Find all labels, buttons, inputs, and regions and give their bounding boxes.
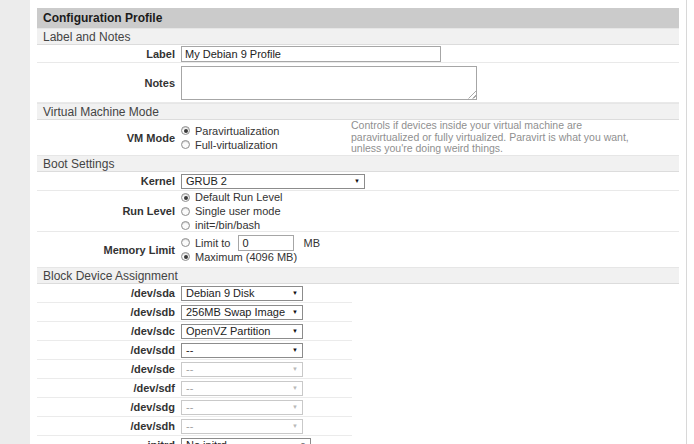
block-device-row-sdh: /dev/sdh -- ▼	[37, 417, 352, 436]
chevron-down-icon: ▼	[292, 423, 298, 429]
section-header-boot-settings: Boot Settings	[37, 155, 679, 172]
chevron-down-icon: ▼	[292, 385, 298, 391]
device-select-sdh-value: --	[186, 420, 193, 432]
device-select-initrd[interactable]: No initrd ▼	[181, 438, 311, 444]
radio-paravirtualization[interactable]	[181, 126, 190, 135]
block-device-row-sdb: /dev/sdb 256MB Swap Image ▼	[37, 303, 352, 322]
device-select-sdh[interactable]: -- ▼	[181, 419, 303, 434]
device-select-sde-value: --	[186, 363, 193, 375]
device-label-sdd: /dev/sdd	[37, 344, 175, 356]
block-device-row-initrd: initrd No initrd ▼	[37, 436, 352, 444]
chevron-down-icon: ▼	[354, 178, 360, 184]
section-header-block-devices: Block Device Assignment	[37, 267, 679, 284]
configuration-profile-panel: Configuration Profile Label and Notes La…	[30, 0, 687, 444]
device-label-sdg: /dev/sdg	[37, 401, 175, 413]
section-header-label-and-notes: Label and Notes	[37, 28, 679, 45]
radio-memory-maximum[interactable]	[181, 252, 190, 261]
device-select-sdb-value: 256MB Swap Image	[186, 306, 285, 318]
device-select-sdd-value: --	[186, 344, 193, 356]
block-device-row-sda: /dev/sda Debian 9 Disk ▼	[37, 284, 352, 303]
radio-memory-limit-to-label: Limit to	[195, 237, 230, 249]
run-level-row: Run Level Default Run Level Single user …	[37, 191, 679, 232]
chevron-down-icon: ▼	[292, 309, 298, 315]
chevron-down-icon: ▼	[292, 404, 298, 410]
block-device-row-sdc: /dev/sdc OpenVZ Partition ▼	[37, 322, 352, 341]
block-device-row-sdf: /dev/sdf -- ▼	[37, 379, 352, 398]
device-select-sdg-value: --	[186, 401, 193, 413]
notes-row: Notes	[37, 63, 679, 103]
page-left-gutter	[0, 0, 30, 444]
device-select-sdb[interactable]: 256MB Swap Image ▼	[181, 305, 303, 320]
radio-memory-maximum-label: Maximum (4096 MB)	[195, 251, 297, 263]
label-field-label: Label	[37, 48, 175, 60]
block-device-table: /dev/sda Debian 9 Disk ▼ /dev/sdb 256MB …	[37, 284, 352, 444]
kernel-select[interactable]: GRUB 2 ▼	[181, 174, 365, 189]
radio-full-virtualization-label: Full-virtualization	[195, 139, 278, 151]
device-select-initrd-value: No initrd	[186, 439, 227, 444]
radio-default-run-level-label: Default Run Level	[195, 191, 282, 203]
device-select-sdf-value: --	[186, 382, 193, 394]
chevron-down-icon: ▼	[292, 366, 298, 372]
device-label-sdf: /dev/sdf	[37, 382, 175, 394]
chevron-down-icon: ▼	[292, 328, 298, 334]
memory-limit-unit: MB	[303, 237, 320, 249]
block-device-row-sde: /dev/sde -- ▼	[37, 360, 352, 379]
radio-init-bin-bash[interactable]	[181, 221, 190, 230]
device-select-sda-value: Debian 9 Disk	[186, 287, 254, 299]
label-row: Label	[37, 45, 679, 63]
device-label-sdh: /dev/sdh	[37, 420, 175, 432]
device-select-sdg[interactable]: -- ▼	[181, 400, 303, 415]
run-level-label: Run Level	[37, 205, 175, 217]
kernel-row: Kernel GRUB 2 ▼	[37, 172, 679, 191]
device-label-sdb: /dev/sdb	[37, 306, 175, 318]
device-label-sda: /dev/sda	[37, 287, 175, 299]
notes-field-label: Notes	[37, 77, 175, 89]
notes-textarea[interactable]	[181, 66, 477, 100]
memory-limit-row: Memory Limit Limit to MB Maximum (4096 M…	[37, 232, 679, 267]
radio-memory-limit-to[interactable]	[181, 238, 190, 247]
memory-limit-input[interactable]	[238, 235, 294, 251]
chevron-down-icon: ▼	[292, 347, 298, 353]
device-label-initrd: initrd	[37, 439, 175, 444]
kernel-select-value: GRUB 2	[186, 175, 227, 187]
radio-full-virtualization[interactable]	[181, 140, 190, 149]
vm-mode-row: VM Mode Paravirtualization Full-virtuali…	[37, 120, 679, 155]
device-select-sdc[interactable]: OpenVZ Partition ▼	[181, 324, 303, 339]
chevron-down-icon: ▼	[292, 290, 298, 296]
block-device-row-sdg: /dev/sdg -- ▼	[37, 398, 352, 417]
radio-single-user-mode-label: Single user mode	[195, 205, 281, 217]
device-label-sdc: /dev/sdc	[37, 325, 175, 337]
device-label-sde: /dev/sde	[37, 363, 175, 375]
vm-mode-label: VM Mode	[37, 132, 175, 144]
label-input[interactable]	[181, 46, 441, 62]
device-select-sdc-value: OpenVZ Partition	[186, 325, 270, 337]
radio-init-bin-bash-label: init=/bin/bash	[195, 219, 260, 231]
device-select-sdf[interactable]: -- ▼	[181, 381, 303, 396]
radio-paravirtualization-label: Paravirtualization	[195, 125, 279, 137]
kernel-label: Kernel	[37, 175, 175, 187]
radio-default-run-level[interactable]	[181, 193, 190, 202]
block-device-row-sdd: /dev/sdd -- ▼	[37, 341, 352, 360]
page-title: Configuration Profile	[37, 8, 679, 28]
device-select-sda[interactable]: Debian 9 Disk ▼	[181, 286, 303, 301]
vm-mode-help-text: Controls if devices inside your virtual …	[351, 120, 653, 155]
section-header-vm-mode: Virtual Machine Mode	[37, 103, 679, 120]
radio-single-user-mode[interactable]	[181, 207, 190, 216]
memory-limit-label: Memory Limit	[37, 244, 175, 256]
device-select-sdd[interactable]: -- ▼	[181, 343, 303, 358]
device-select-sde[interactable]: -- ▼	[181, 362, 303, 377]
